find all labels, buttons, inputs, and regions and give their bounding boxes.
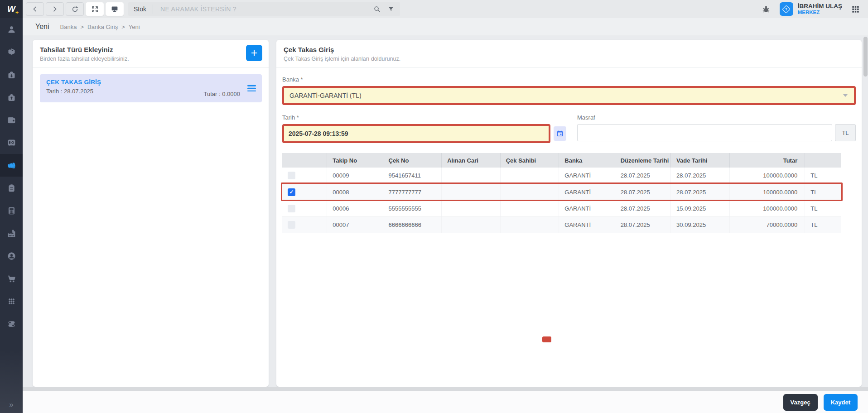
card-menu-icon[interactable] [247,84,256,93]
global-search: Stok [128,2,400,16]
table-row[interactable]: 00007 6666666666 GARANTİ 28.07.2025 30.0… [282,216,841,233]
cell-alinan-cari [442,200,501,216]
person-circle-icon [7,251,16,261]
tahsilat-card[interactable]: ÇEK TAKAS GİRİŞ Tarih : 28.07.2025 Tutar… [40,74,262,102]
diamond-icon: ? [782,5,791,13]
sidebar-item-purchases[interactable] [0,63,23,86]
cancel-button[interactable]: Vazgeç [783,394,818,411]
tarih-input[interactable]: 2025-07-28 09:13:59 [282,124,550,143]
breadcrumb-item-banka[interactable]: Banka [60,24,77,30]
page-title: Yeni [35,23,49,31]
safe-icon [7,138,16,148]
user-avatar-badge[interactable]: ? [780,2,793,16]
cell-takip-no: 00008 [327,184,383,200]
breadcrumb-item-banka-giris[interactable]: Banka Giriş [87,24,118,30]
calendar-button[interactable] [554,126,566,141]
search-icon[interactable] [373,5,381,13]
app-logo[interactable]: W + [0,0,23,18]
package-icon [7,48,16,57]
vertical-scrollbar [863,35,868,387]
fullscreen-button[interactable] [86,2,104,16]
cell-alinan-cari [442,216,501,233]
sidebar-item-safe[interactable] [0,131,23,154]
sidebar-item-production[interactable] [0,222,23,245]
sidebar-item-products[interactable] [0,41,23,63]
user-menu[interactable]: İBRAHİM ULAŞ MERKEZ [798,3,842,16]
col-vade-tarihi: Vade Tarihi [671,153,730,168]
chevron-left-icon [31,5,39,13]
col-cek-no: Çek No [383,153,442,168]
cell-cek-sahibi [500,184,559,200]
back-button[interactable] [26,2,44,16]
row-checkbox[interactable] [288,221,295,229]
cell-alinan-cari [442,184,501,200]
masraf-input[interactable] [577,124,832,141]
topbar: W + Stok ? İBRAHİM ULAŞ MERKEZ [0,0,868,18]
cell-vade-tarihi: 30.09.2025 [671,216,730,233]
row-checkbox-checked[interactable]: ✓ [288,188,295,196]
add-tahsilat-button[interactable]: + [246,45,262,61]
search-category[interactable]: Stok [134,5,146,13]
breadcrumb-separator: > [121,24,125,30]
cell-cek-no: 6666666666 [383,216,442,233]
sidebar-item-accounting[interactable] [0,199,23,222]
tahsilat-panel-subtitle: Birden fazla tahsilat ekleyebilirsiniz. [40,56,261,62]
table-row[interactable]: 00009 9541657411 GARANTİ 28.07.2025 28.0… [282,168,841,184]
filter-icon[interactable] [387,5,395,13]
breadcrumb-item-yeni[interactable]: Yeni [129,24,140,30]
forward-button[interactable] [46,2,64,16]
cell-cek-sahibi [500,216,559,233]
banka-select[interactable]: GARANTİ-GARANTİ (TL) [282,86,856,105]
cell-banka: GARANTİ [559,168,615,184]
sidebar-item-orders[interactable] [0,267,23,290]
apps-grid-icon[interactable] [851,5,860,14]
sidebar-item-crm[interactable] [0,245,23,267]
table-row[interactable]: 00006 5555555555 GARANTİ 28.07.2025 15.0… [282,200,841,216]
user-name: İBRAHİM ULAŞ [798,3,842,10]
user-branch: MERKEZ [798,10,842,15]
refresh-button[interactable] [66,2,84,16]
sidebar-item-apps[interactable] [0,290,23,312]
monitor-button[interactable] [106,2,124,16]
tahsilat-panel: Tahsilat Türü Ekleyiniz Birden fazla tah… [33,40,269,387]
sidebar-item-sales[interactable] [0,86,23,109]
bag-up-arrow-icon [7,93,16,102]
cart-icon [7,274,16,283]
cell-cek-no: 7777777777 [383,184,442,200]
col-checkbox [282,153,327,168]
sidebar-item-wallet[interactable] [0,109,23,131]
masraf-label: Masraf [577,114,856,121]
col-duzenleme-tarihi: Düzenleme Tarihi [615,153,670,168]
sidebar-item-user[interactable] [0,18,23,41]
table-row-selected[interactable]: ✓ 00008 7777777777 GARANTİ 28.07.2025 28… [282,184,841,200]
sidebar-item-cheques[interactable] [0,154,23,177]
cell-currency: TL [805,184,841,200]
search-input[interactable] [159,5,370,13]
chevron-right-icon [51,5,58,13]
banka-label: Banka * [282,76,856,83]
refresh-icon [71,5,79,13]
cell-currency: TL [805,168,841,184]
scrollbar-thumb[interactable] [863,37,868,77]
col-currency [805,153,841,168]
cell-vade-tarihi: 28.07.2025 [671,168,730,184]
row-checkbox[interactable] [288,205,295,212]
monitor-icon [111,5,119,13]
row-checkbox[interactable] [288,172,295,179]
form-subtitle: Çek Takas Giriş işlemi için alanları dol… [284,56,854,62]
masraf-currency-addon: TL [835,124,856,141]
sidebar-item-settings[interactable] [0,312,23,335]
col-alinan-cari: Alınan Cari [442,153,501,168]
clipboard-icon [7,183,16,193]
red-marker [542,336,551,342]
save-button[interactable]: Kaydet [824,394,858,411]
bug-icon[interactable] [762,5,771,14]
sidebar-expand-chevrons[interactable]: » [0,400,23,409]
footer-bar: Vazgeç Kaydet [23,391,868,413]
sidebar-item-reports[interactable] [0,177,23,199]
wallet-icon [7,115,16,125]
cell-duzenleme-tarihi: 28.07.2025 [615,184,670,200]
tarih-label: Tarih * [282,114,566,121]
tahsilat-panel-title: Tahsilat Türü Ekleyiniz [40,46,261,53]
cek-table: Takip No Çek No Alınan Cari Çek Sahibi B… [282,153,841,233]
